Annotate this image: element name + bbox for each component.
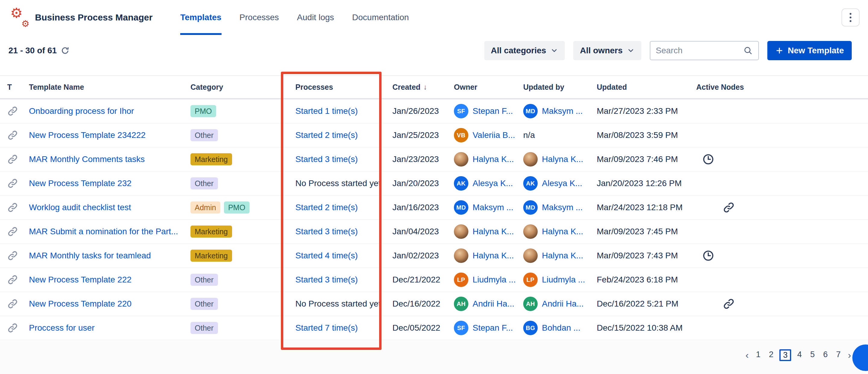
template-type-cell (7, 226, 29, 237)
nav-tab-templates[interactable]: Templates (180, 0, 221, 35)
person-link[interactable]: Halyna K... (472, 155, 514, 164)
processes-count-link[interactable]: Started 7 time(s) (296, 323, 358, 333)
column-header-processes[interactable]: Processes (296, 83, 393, 92)
updated-cell: Jan/20/2023 12:26 PM (597, 178, 696, 188)
template-name-cell: MAR Submit a nomination for the Part... (29, 227, 190, 236)
page-2[interactable]: 2 (767, 349, 776, 361)
clock-icon (702, 250, 714, 262)
person-link[interactable]: Andrii Ha... (472, 299, 515, 309)
clock-icon (702, 153, 714, 165)
column-header-active-nodes[interactable]: Active Nodes (696, 83, 868, 92)
new-template-button[interactable]: New Template (767, 41, 852, 60)
search-box[interactable] (650, 41, 759, 60)
processes-status-text: No Process started yet (296, 299, 381, 308)
avatar-initials: MD (454, 200, 468, 215)
owner-cell: AKAlesya K... (454, 176, 523, 191)
page-1[interactable]: 1 (753, 349, 763, 361)
person-link[interactable]: Bohdan ... (542, 323, 581, 333)
person-link[interactable]: Andrii Ha... (542, 299, 584, 309)
person-link[interactable]: Stepan F... (472, 106, 513, 116)
template-name-link[interactable]: MAR Monthly Comments tasks (29, 155, 145, 164)
person-link[interactable]: Liudmyla ... (542, 275, 585, 284)
next-page-chevron-icon[interactable]: › (846, 350, 852, 361)
nav-tab-documentation[interactable]: Documentation (352, 0, 409, 35)
person-link[interactable]: Liudmyla ... (472, 275, 516, 284)
link-icon[interactable] (723, 298, 735, 310)
template-name-link[interactable]: New Process Template 222 (29, 275, 131, 284)
person-link[interactable]: Halyna K... (472, 251, 514, 261)
updated-cell: Mar/27/2023 2:33 PM (597, 106, 696, 116)
template-name-link[interactable]: Worklog audit checklist test (29, 203, 131, 212)
updated-by-cell: LPLiudmyla ... (523, 273, 597, 287)
link-icon[interactable] (723, 201, 735, 213)
template-link-icon (7, 322, 18, 333)
person-link[interactable]: Maksym ... (472, 203, 513, 212)
template-name-link[interactable]: New Process Template 220 (29, 299, 131, 308)
template-type-cell (7, 322, 29, 333)
table-row: New Process Template 232 Other No Proces… (0, 172, 868, 196)
avatar-initials: SF (454, 321, 468, 335)
person-link[interactable]: Halyna K... (472, 227, 514, 236)
person-link[interactable]: Halyna K... (542, 251, 583, 261)
column-header-created[interactable]: Created ↓ (393, 83, 454, 92)
processes-cell: Started 7 time(s) (296, 323, 393, 333)
template-name-link[interactable]: Proccess for user (29, 323, 95, 333)
processes-count-link[interactable]: Started 2 time(s) (296, 130, 358, 140)
person-link[interactable]: Maksym ... (542, 203, 583, 212)
template-name-link[interactable]: New Process Template 232 (29, 178, 131, 188)
processes-count-link[interactable]: Started 3 time(s) (296, 275, 358, 284)
nav-tab-audit-logs[interactable]: Audit logs (297, 0, 334, 35)
template-type-cell (7, 250, 29, 261)
person-link[interactable]: Stepan F... (472, 323, 513, 333)
more-options-kebab-icon[interactable] (841, 8, 860, 27)
page-6[interactable]: 6 (821, 349, 830, 361)
owner-cell: SFStepan F... (454, 104, 523, 118)
page-3[interactable]: 3 (779, 349, 791, 361)
category-badge: PMO (190, 105, 216, 117)
main-nav: TemplatesProcessesAudit logsDocumentatio… (180, 0, 409, 35)
column-header-category[interactable]: Category (190, 83, 296, 92)
person-link[interactable]: Halyna K... (542, 227, 583, 236)
person-link[interactable]: Halyna K... (542, 155, 583, 164)
person-link[interactable]: Alesya K... (542, 178, 582, 188)
person-link[interactable]: Valeriia B... (472, 130, 515, 140)
nav-tab-processes[interactable]: Processes (240, 0, 279, 35)
processes-count-link[interactable]: Started 1 time(s) (296, 106, 358, 115)
owner-cell: MDMaksym ... (454, 200, 523, 215)
refresh-icon[interactable] (61, 46, 69, 55)
person-link[interactable]: Maksym ... (542, 106, 583, 116)
owners-filter-dropdown[interactable]: All owners (573, 41, 641, 60)
processes-count-link[interactable]: Started 2 time(s) (296, 203, 358, 212)
processes-count-link[interactable]: Started 4 time(s) (296, 251, 358, 260)
processes-count-link[interactable]: Started 3 time(s) (296, 227, 358, 236)
table-row: New Process Template 222 Other Started 3… (0, 268, 868, 292)
template-name-link[interactable]: MAR Submit a nomination for the Part... (29, 227, 178, 236)
search-input[interactable] (656, 46, 740, 56)
column-header-updated-by[interactable]: Updated by (523, 83, 597, 92)
template-name-link[interactable]: Onboarding process for Ihor (29, 106, 134, 115)
avatar-photo (454, 224, 468, 239)
column-header-type[interactable]: T (7, 83, 29, 92)
column-header-updated[interactable]: Updated (597, 83, 696, 92)
template-name-link[interactable]: New Process Template 234222 (29, 130, 146, 140)
search-icon[interactable] (743, 46, 753, 56)
page-4[interactable]: 4 (795, 349, 804, 361)
updated-cell: Mar/09/2023 7:43 PM (597, 251, 696, 261)
previous-page-chevron-icon[interactable]: ‹ (744, 350, 750, 361)
processes-count-link[interactable]: Started 3 time(s) (296, 155, 358, 164)
template-name-cell: Worklog audit checklist test (29, 203, 190, 212)
footer-area (0, 341, 868, 374)
template-name-cell: New Process Template 220 (29, 299, 190, 309)
template-name-link[interactable]: MAR Monthly tasks for teamlead (29, 251, 151, 260)
page-7[interactable]: 7 (834, 349, 843, 361)
category-cell: Marketing (190, 153, 296, 165)
column-header-template-name[interactable]: Template Name (29, 83, 190, 92)
category-cell: Other (190, 129, 296, 141)
sort-descending-icon[interactable]: ↓ (424, 83, 427, 91)
categories-filter-dropdown[interactable]: All categories (484, 41, 565, 60)
template-link-icon (7, 178, 18, 189)
template-link-icon (7, 250, 18, 261)
person-link[interactable]: Alesya K... (472, 178, 513, 188)
page-5[interactable]: 5 (808, 349, 817, 361)
column-header-owner[interactable]: Owner (454, 83, 523, 92)
